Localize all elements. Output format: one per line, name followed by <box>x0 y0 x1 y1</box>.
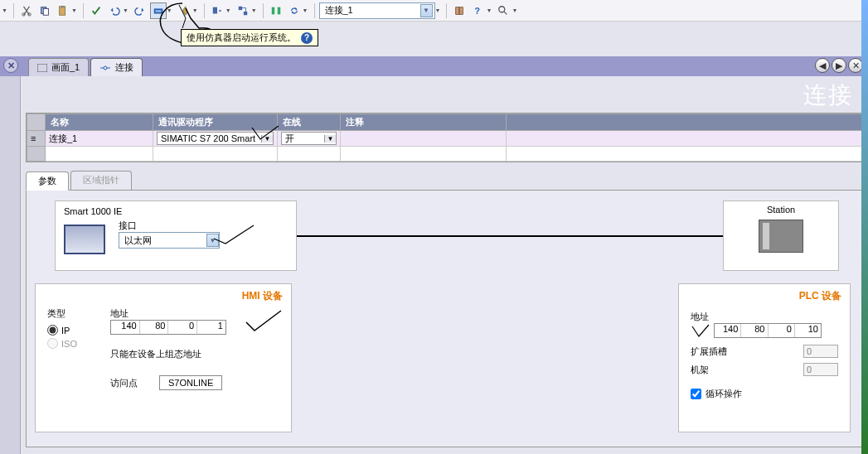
interface-combo[interactable]: 以太网 ▼ <box>119 232 220 249</box>
ink-annotation <box>249 124 282 144</box>
svg-rect-3 <box>43 8 48 15</box>
radio-ip-label: IP <box>61 326 70 336</box>
connection-combo[interactable]: 连接_1 ▼ <box>319 2 435 19</box>
dropdown-arrow[interactable]: ▼ <box>512 7 517 13</box>
tab-screen[interactable]: 画面_1 <box>28 58 89 76</box>
ip-octet[interactable]: 140 <box>715 324 741 337</box>
dropdown-arrow[interactable]: ▼ <box>251 7 257 13</box>
simulate-icon[interactable] <box>150 2 167 19</box>
cyclic-label: 循环操作 <box>706 388 742 400</box>
access-point-value[interactable]: S7ONLINE <box>159 375 222 390</box>
tab-label: 连接 <box>115 61 133 74</box>
svg-rect-10 <box>244 11 247 14</box>
radio-iso[interactable]: ISO <box>47 338 77 349</box>
col-online[interactable]: 在线 <box>278 114 341 131</box>
ip-octet[interactable]: 140 <box>111 321 140 334</box>
find-icon[interactable] <box>495 2 512 19</box>
dropdown-arrow[interactable]: ▼ <box>225 7 231 13</box>
hmi-addr-label: 地址 <box>110 307 226 320</box>
plc-ip-input[interactable]: 140 80 0 10 <box>714 323 822 338</box>
tab-next-button[interactable]: ▶ <box>832 58 846 73</box>
ip-octet[interactable]: 0 <box>769 324 795 337</box>
radio-ip-input[interactable] <box>47 325 58 336</box>
ip-octet[interactable]: 0 <box>168 321 197 334</box>
tab-connection[interactable]: 连接 <box>90 58 143 76</box>
ip-octet[interactable]: 80 <box>741 324 768 337</box>
tab-label: 画面_1 <box>51 61 80 74</box>
svg-rect-15 <box>37 64 47 72</box>
cyclic-checkbox[interactable]: 循环操作 <box>691 388 838 400</box>
close-panel-button[interactable]: ✕ <box>3 58 18 73</box>
table-row-empty[interactable] <box>27 147 862 162</box>
redo-icon[interactable] <box>132 2 148 19</box>
slot-label: 扩展插槽 <box>691 345 727 358</box>
type-label: 类型 <box>47 307 77 320</box>
screen-icon <box>37 64 47 72</box>
right-edge-decoration <box>861 0 868 454</box>
hmi-settings-panel: HMI 设备 类型 IP ISO 地址 140 80 0 1 只能在设备上组态地… <box>35 283 292 432</box>
plc-settings-panel: PLC 设备 地址 140 80 0 10 扩展插槽 机 <box>678 283 851 432</box>
radio-ip[interactable]: IP <box>47 325 77 336</box>
svg-text:?: ? <box>475 5 480 15</box>
ip-octet[interactable]: 10 <box>795 324 821 337</box>
sub-tab-params[interactable]: 参数 <box>26 171 69 191</box>
cyclic-checkbox-input[interactable] <box>691 389 701 399</box>
transfer-icon[interactable] <box>235 2 251 19</box>
table-row[interactable]: ≡ 连接_1 SIMATIC S7 200 Smart▼ 开▼ <box>27 131 862 147</box>
tab-prev-button[interactable]: ◀ <box>815 58 830 73</box>
hmi-panel-title: HMI 设备 <box>242 289 283 303</box>
cell-name[interactable]: 连接_1 <box>46 131 153 147</box>
driver-value: SIMATIC S7 200 Smart <box>158 133 261 143</box>
hmi-ip-input[interactable]: 140 80 0 1 <box>110 320 226 335</box>
dropdown-arrow[interactable]: ▼ <box>192 7 198 13</box>
cut-icon[interactable] <box>18 2 35 19</box>
cell-online[interactable]: 开▼ <box>278 131 341 147</box>
tabs-bar: ✕ 画面_1 连接 ◀ ▶ ✕ <box>0 56 868 76</box>
svg-rect-12 <box>277 7 280 14</box>
col-comment[interactable]: 注释 <box>341 114 507 131</box>
param-panel: Smart 1000 IE 接口 以太网 ▼ Station HMI 设备 <box>26 191 863 447</box>
chevron-down-icon[interactable]: ▼ <box>324 135 336 142</box>
hmi-note: 只能在设备上组态地址 <box>110 348 226 360</box>
tooltip-help-icon[interactable]: ? <box>301 32 313 44</box>
help-icon[interactable]: ? <box>469 2 486 19</box>
svg-rect-8 <box>212 7 216 13</box>
interface-value: 以太网 <box>124 234 152 247</box>
dropdown-arrow[interactable]: ▼ <box>2 7 7 13</box>
cell-comment[interactable] <box>341 131 507 147</box>
tooltip: 使用仿真器启动运行系统。 ? <box>181 29 318 46</box>
cell-spacer <box>507 131 862 147</box>
broom-icon[interactable] <box>176 2 192 19</box>
dropdown-arrow[interactable]: ▼ <box>167 7 172 13</box>
radio-iso-input[interactable] <box>47 338 58 349</box>
h-align-icon[interactable] <box>268 2 284 19</box>
dropdown-arrow[interactable]: ▼ <box>123 7 129 13</box>
book-icon[interactable] <box>451 2 468 19</box>
ip-octet[interactable]: 80 <box>140 321 169 334</box>
rack-label: 机架 <box>691 364 709 376</box>
copy-icon[interactable] <box>36 2 53 19</box>
dropdown-arrow[interactable]: ▼ <box>486 7 492 13</box>
rack-input <box>803 363 838 376</box>
check-icon[interactable] <box>88 2 104 19</box>
svg-rect-5 <box>61 5 64 7</box>
sync-icon[interactable] <box>286 2 303 19</box>
dropdown-arrow[interactable]: ▼ <box>303 7 308 13</box>
connection-table: 名称 通讯驱动程序 在线 注释 ≡ 连接_1 SIMATIC S7 200 Sm… <box>26 113 863 162</box>
plc-icon <box>759 220 803 253</box>
dropdown-arrow[interactable]: ▼ <box>435 7 441 13</box>
chevron-down-icon[interactable]: ▼ <box>420 4 433 17</box>
undo-icon[interactable] <box>106 2 123 19</box>
sub-tab-area[interactable]: 区域指针 <box>70 171 132 190</box>
tooltip-text: 使用仿真器启动运行系统。 <box>187 31 296 44</box>
workspace: 连接 名称 通讯驱动程序 在线 注释 ≡ 连接_1 SIMATIC S7 200… <box>20 76 868 454</box>
row-handle[interactable]: ≡ <box>27 131 46 147</box>
connection-line <box>297 235 723 237</box>
col-name[interactable]: 名称 <box>46 114 153 131</box>
svg-rect-9 <box>238 6 241 9</box>
dropdown-arrow[interactable]: ▼ <box>71 7 77 13</box>
left-panel-strip[interactable] <box>0 76 20 454</box>
ip-octet[interactable]: 1 <box>197 321 225 334</box>
download-icon[interactable] <box>209 2 225 19</box>
paste-icon[interactable] <box>55 2 71 19</box>
